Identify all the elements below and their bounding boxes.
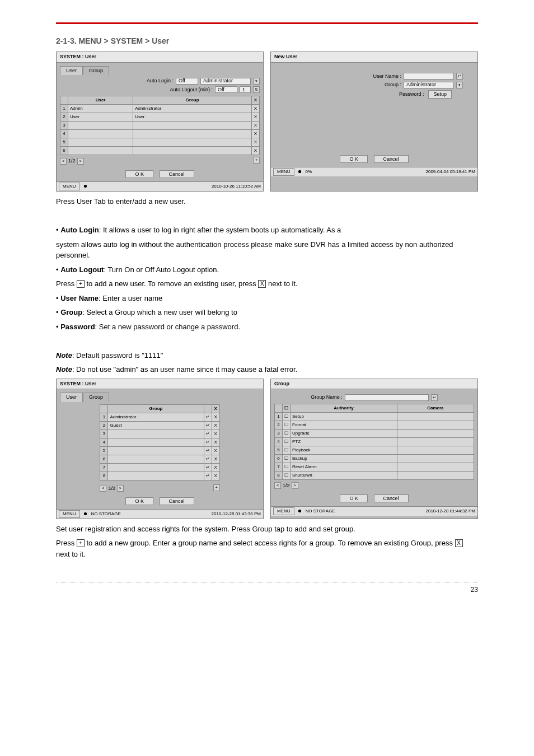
table-row: 1AdminAdministratorX — [60, 105, 260, 113]
page-next-icon[interactable]: > — [117, 485, 124, 492]
checkbox[interactable]: ☐ — [283, 421, 291, 429]
delete-row-icon[interactable]: X — [252, 138, 260, 147]
edit-row-icon[interactable]: ↵ — [204, 430, 212, 438]
password-label: Password : — [399, 91, 424, 99]
checkbox[interactable]: ☐ — [283, 446, 291, 454]
checkbox[interactable]: ☐ — [283, 463, 291, 471]
delete-row-icon[interactable]: X — [252, 147, 260, 155]
cancel-button[interactable]: Cancel — [160, 170, 194, 178]
screenshot-row-1: SYSTEM : User User Group Auto Login : Of… — [56, 52, 478, 192]
checkbox[interactable]: ☐ — [283, 437, 291, 446]
dropdown-icon[interactable]: ▾ — [456, 82, 463, 88]
menu-button[interactable]: MENU — [273, 507, 294, 515]
delete-row-icon[interactable]: X — [212, 413, 219, 421]
table-row: 7↵X — [100, 463, 219, 472]
cancel-button[interactable]: Cancel — [374, 494, 409, 502]
screenshot-group-authority: Group Group Name : ↵ ☐AuthorityCamera 1☐… — [270, 379, 478, 519]
table-row: 4↵X — [100, 438, 219, 446]
group-label: Group : — [385, 81, 401, 89]
table-row: 8☐Shutdown — [275, 471, 474, 479]
delete-column-icon[interactable]: X — [212, 404, 219, 413]
delete-row-icon[interactable]: X — [252, 113, 260, 122]
page-prev-icon[interactable]: < — [60, 158, 67, 165]
table-row: 2Guest↵X — [100, 421, 219, 430]
ok-button[interactable]: O K — [125, 497, 153, 505]
edit-icon[interactable]: ↵ — [456, 73, 463, 80]
table-row: 6↵X — [100, 455, 219, 463]
table-row: 3X — [60, 122, 260, 130]
dropdown-icon[interactable]: ▾ — [253, 78, 260, 85]
edit-row-icon[interactable]: ↵ — [204, 421, 212, 430]
groupname-field[interactable] — [345, 394, 429, 401]
tab-user[interactable]: User — [60, 66, 83, 76]
pager-text: 1/2 — [283, 482, 290, 490]
page-prev-icon[interactable]: < — [100, 485, 106, 492]
user-table: UserGroupX 1AdminAdministratorX 2UserUse… — [60, 96, 260, 155]
auto-login-value[interactable]: Off — [176, 78, 198, 85]
delete-row-icon[interactable]: X — [212, 438, 219, 446]
username-label: User Name : — [373, 73, 401, 81]
ok-button[interactable]: O K — [125, 170, 153, 178]
edit-row-icon[interactable]: ↵ — [204, 446, 212, 455]
auto-login-group[interactable]: Administrator — [200, 78, 251, 85]
group-select[interactable]: Administrator — [404, 82, 454, 88]
delete-row-icon[interactable]: X — [212, 472, 219, 480]
edit-row-icon[interactable]: ↵ — [204, 455, 212, 463]
auto-logout-min[interactable]: 1 — [240, 86, 251, 93]
page-next-icon[interactable]: > — [292, 482, 298, 489]
username-field[interactable] — [404, 73, 454, 80]
delete-row-icon[interactable]: X — [212, 421, 219, 430]
menu-button[interactable]: MENU — [59, 510, 80, 518]
window-title: New User — [271, 52, 477, 63]
table-row: 6☐Backup — [275, 454, 474, 463]
cancel-button[interactable]: Cancel — [160, 497, 194, 505]
rec-icon: ⏺ — [298, 169, 302, 175]
delete-row-icon[interactable]: X — [212, 430, 219, 438]
edit-row-icon[interactable]: ↵ — [204, 463, 212, 472]
edit-icon[interactable]: ↵ — [431, 394, 438, 401]
delete-row-icon[interactable]: X — [252, 105, 260, 113]
tab-group[interactable]: Group — [83, 393, 109, 402]
section-heading: 2-1-3. MENU > SYSTEM > User — [56, 35, 478, 47]
progress-text: 0% — [306, 169, 312, 175]
add-button-icon[interactable]: + — [253, 157, 260, 164]
edit-row-icon[interactable]: ↵ — [204, 438, 212, 446]
plus-icon: + — [77, 539, 85, 547]
edit-row-icon[interactable]: ↵ — [204, 472, 212, 480]
table-row: 1☐Setup — [275, 412, 474, 421]
page-prev-icon[interactable]: < — [274, 482, 281, 489]
ok-button[interactable]: O K — [340, 494, 368, 502]
table-row: 4X — [60, 130, 260, 138]
password-setup-button[interactable]: Setup — [428, 90, 452, 99]
tab-user[interactable]: User — [60, 393, 83, 402]
checkbox[interactable]: ☐ — [283, 429, 291, 437]
caption-1: Press User Tab to enter/add a new user. — [56, 196, 478, 207]
auto-logout-value[interactable]: Off — [215, 86, 237, 93]
edit-row-icon[interactable]: ↵ — [204, 413, 212, 421]
delete-row-icon[interactable]: X — [252, 130, 260, 138]
tab-group[interactable]: Group — [83, 66, 109, 76]
plus-icon: + — [77, 280, 85, 288]
page-next-icon[interactable]: > — [77, 158, 84, 165]
ok-button[interactable]: O K — [340, 155, 368, 163]
table-row: 5☐Playback — [275, 446, 474, 454]
add-button-icon[interactable]: + — [213, 484, 220, 491]
menu-button[interactable]: MENU — [273, 168, 294, 176]
press-add-group: Press + to add a new group. Enter a grou… — [56, 538, 478, 559]
note-default-password: Note: Default password is "1111" — [56, 350, 478, 361]
checkbox[interactable]: ☐ — [283, 471, 291, 479]
window-title: SYSTEM : User — [57, 379, 263, 390]
delete-row-icon[interactable]: X — [212, 455, 219, 463]
checkbox[interactable]: ☐ — [283, 454, 291, 463]
table-row: 2☐Format — [275, 421, 474, 429]
delete-column-icon[interactable]: X — [252, 96, 260, 105]
delete-row-icon[interactable]: X — [212, 446, 219, 455]
checkbox[interactable]: ☐ — [283, 412, 291, 421]
timestamp: 2009-04-04 05:19:41 PM — [425, 169, 475, 175]
delete-row-icon[interactable]: X — [212, 463, 219, 472]
delete-row-icon[interactable]: X — [252, 122, 260, 130]
menu-button[interactable]: MENU — [59, 183, 80, 190]
caption-group: Set user registration and access rights … — [56, 524, 478, 535]
spinner-icon[interactable]: ⇅ — [253, 86, 260, 93]
cancel-button[interactable]: Cancel — [374, 155, 409, 163]
